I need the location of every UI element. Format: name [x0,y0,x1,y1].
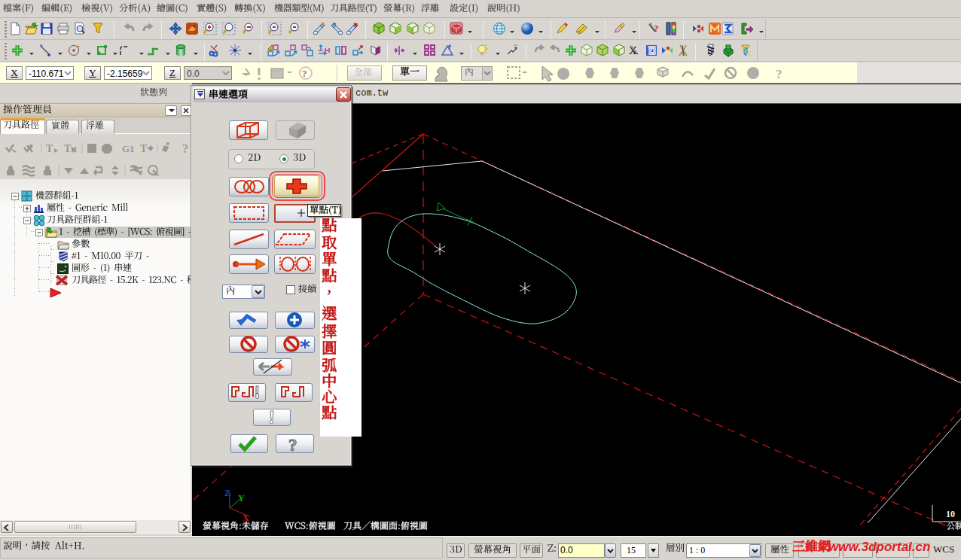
svg-text:?: ? [654,23,659,34]
svg-text:Y: Y [238,493,245,504]
svg-text:T: T [140,143,148,154]
svg-text:10: 10 [946,509,955,519]
svg-text:?: ? [776,67,783,81]
svg-text:T: T [64,143,72,154]
svg-text:?: ? [302,68,307,79]
svg-text:G1: G1 [122,143,135,154]
svg-text:Z: Z [224,488,230,498]
svg-text:T: T [46,143,53,154]
svg-text:?: ? [182,142,188,154]
svg-text:?: ? [288,436,297,453]
svg-text:X: X [243,513,249,523]
